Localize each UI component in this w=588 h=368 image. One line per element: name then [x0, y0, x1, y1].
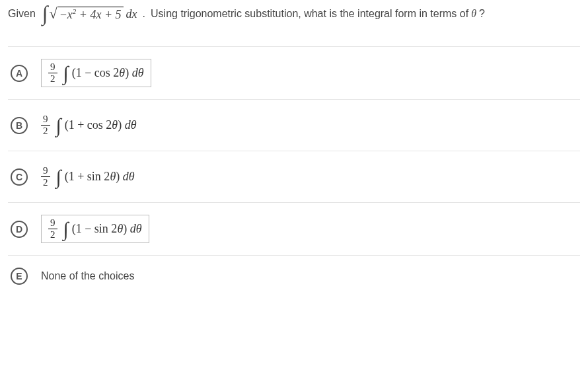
integral-icon: ∫	[42, 5, 48, 22]
radicand: −x2 + 4x + 5	[57, 7, 124, 22]
choice-letter: C	[11, 168, 28, 186]
choice-formula: 9 2 ∫ (1 + cos 2θ) dθ	[41, 112, 137, 139]
fraction: 9 2	[48, 62, 57, 84]
integral-icon: ∫	[63, 65, 69, 81]
integral-icon: ∫	[56, 169, 61, 185]
choice-formula: 9 2 ∫ (1 − cos 2θ) dθ	[41, 59, 151, 87]
integrand: (1 − cos 2θ) dθ	[72, 66, 144, 80]
fraction: 9 2	[48, 218, 57, 240]
choice-letter: B	[11, 117, 28, 134]
choice-text: None of the choices	[41, 270, 134, 282]
integrand: (1 + cos 2θ) dθ	[65, 118, 137, 132]
fraction: 9 2	[41, 166, 50, 188]
choice-formula: 9 2 ∫ (1 + sin 2θ) dθ	[41, 163, 135, 190]
choice-a[interactable]: A 9 2 ∫ (1 − cos 2θ) dθ	[8, 46, 580, 100]
choice-letter: A	[11, 65, 28, 82]
question-prompt: Given ∫ √ −x2 + 4x + 5 dx . Using trigon…	[8, 5, 580, 22]
integrand: (1 + sin 2θ) dθ	[65, 170, 135, 184]
sqrt-expression: √ −x2 + 4x + 5	[50, 5, 124, 22]
fraction: 9 2	[41, 114, 50, 136]
theta-var: θ	[471, 8, 476, 20]
choice-c[interactable]: C 9 2 ∫ (1 + sin 2θ) dθ	[8, 151, 580, 203]
choice-b[interactable]: B 9 2 ∫ (1 + cos 2θ) dθ	[8, 100, 580, 151]
choice-formula: 9 2 ∫ (1 − sin 2θ) dθ	[41, 215, 149, 243]
integral-icon: ∫	[56, 118, 61, 133]
period: .	[143, 8, 145, 20]
integral-icon: ∫	[63, 221, 69, 237]
choice-letter: D	[11, 221, 28, 238]
integrand: (1 − sin 2θ) dθ	[72, 222, 142, 236]
question-tail: Using trigonometric substitution, what i…	[151, 8, 468, 20]
choice-d[interactable]: D 9 2 ∫ (1 − sin 2θ) dθ	[8, 203, 580, 256]
question-prefix: Given	[8, 8, 36, 20]
choice-e[interactable]: E None of the choices	[8, 256, 580, 287]
dx-text: dx	[126, 7, 137, 21]
question-mark: ?	[479, 8, 485, 20]
sqrt-icon: √	[50, 5, 57, 22]
choice-letter: E	[11, 268, 28, 285]
choices-list: A 9 2 ∫ (1 − cos 2θ) dθ B 9 2 ∫ (1 + cos…	[8, 46, 580, 287]
question-integral: ∫ √ −x2 + 4x + 5 dx	[42, 5, 137, 22]
